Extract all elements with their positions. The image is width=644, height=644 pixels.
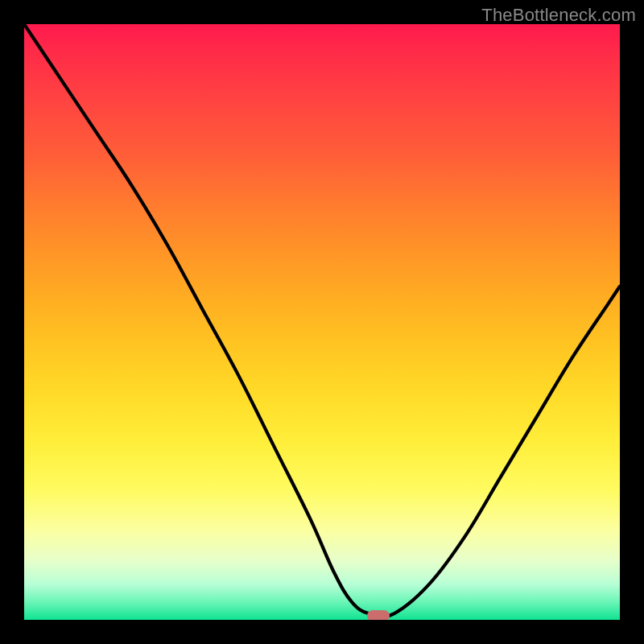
bottleneck-curve: [24, 24, 620, 620]
optimal-marker: [367, 610, 390, 620]
branding-watermark: TheBottleneck.com: [481, 5, 636, 26]
plot-area: [24, 24, 620, 620]
chart-frame: TheBottleneck.com: [0, 0, 644, 644]
